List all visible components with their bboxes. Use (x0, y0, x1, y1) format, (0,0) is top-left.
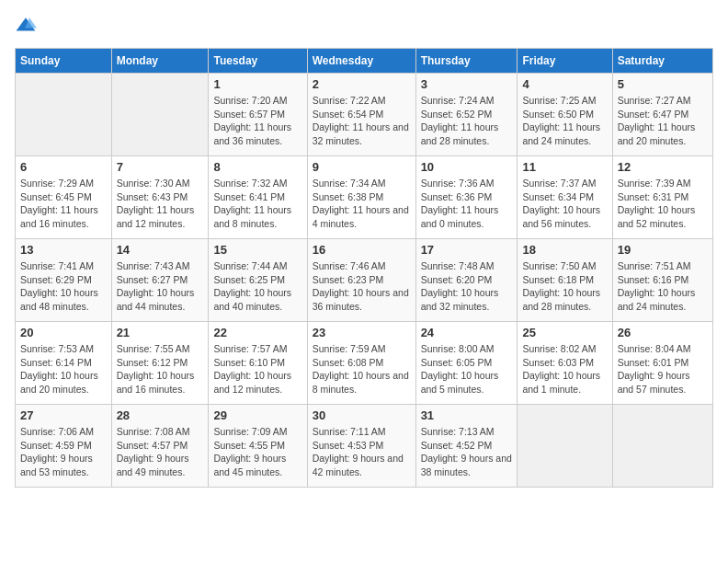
day-info: Sunrise: 7:08 AMSunset: 4:57 PMDaylight:… (117, 425, 204, 479)
calendar-cell: 8Sunrise: 7:32 AMSunset: 6:41 PMDaylight… (209, 156, 307, 239)
day-info: Sunrise: 7:32 AMSunset: 6:41 PMDaylight:… (213, 177, 301, 231)
day-info: Sunrise: 7:39 AMSunset: 6:31 PMDaylight:… (618, 177, 708, 231)
day-number: 21 (117, 326, 204, 339)
day-number: 25 (522, 326, 607, 339)
day-info: Sunrise: 7:25 AMSunset: 6:50 PMDaylight:… (522, 94, 607, 148)
day-number: 31 (421, 408, 513, 422)
day-number: 3 (421, 77, 513, 91)
weekday-header-friday: Friday (518, 49, 612, 74)
day-info: Sunrise: 7:41 AMSunset: 6:29 PMDaylight:… (20, 259, 107, 314)
logo (15, 15, 40, 37)
day-number: 27 (20, 408, 107, 422)
logo-icon (15, 15, 37, 37)
day-number: 17 (421, 243, 513, 257)
weekday-header-saturday: Saturday (612, 49, 712, 74)
day-info: Sunrise: 7:34 AMSunset: 6:38 PMDaylight:… (313, 177, 411, 231)
day-info: Sunrise: 8:00 AMSunset: 6:05 PMDaylight:… (421, 342, 513, 396)
day-number: 13 (20, 243, 107, 257)
calendar-cell: 13Sunrise: 7:41 AMSunset: 6:29 PMDayligh… (16, 239, 112, 322)
day-number: 29 (213, 408, 301, 422)
day-number: 28 (117, 408, 204, 422)
week-row-2: 6Sunrise: 7:29 AMSunset: 6:45 PMDaylight… (16, 156, 713, 239)
calendar-cell: 5Sunrise: 7:27 AMSunset: 6:47 PMDaylight… (612, 74, 712, 156)
calendar-cell: 1Sunrise: 7:20 AMSunset: 6:57 PMDaylight… (209, 74, 307, 156)
day-info: Sunrise: 7:30 AMSunset: 6:43 PMDaylight:… (117, 177, 204, 231)
calendar-cell: 12Sunrise: 7:39 AMSunset: 6:31 PMDayligh… (612, 156, 712, 239)
day-number: 30 (313, 408, 411, 422)
day-number: 24 (421, 326, 513, 339)
day-info: Sunrise: 8:04 AMSunset: 6:01 PMDaylight:… (618, 342, 708, 396)
day-info: Sunrise: 7:50 AMSunset: 6:18 PMDaylight:… (522, 259, 607, 314)
weekday-header-wednesday: Wednesday (307, 49, 415, 74)
day-number: 14 (117, 243, 204, 257)
day-info: Sunrise: 7:09 AMSunset: 4:55 PMDaylight:… (213, 425, 301, 479)
calendar-cell: 22Sunrise: 7:57 AMSunset: 6:10 PMDayligh… (209, 322, 307, 405)
calendar-cell: 3Sunrise: 7:24 AMSunset: 6:52 PMDaylight… (415, 74, 518, 156)
calendar-cell: 6Sunrise: 7:29 AMSunset: 6:45 PMDaylight… (16, 156, 112, 239)
day-number: 6 (20, 160, 107, 174)
day-number: 23 (313, 326, 411, 339)
calendar-cell: 29Sunrise: 7:09 AMSunset: 4:55 PMDayligh… (209, 405, 307, 488)
day-number: 9 (313, 160, 411, 174)
day-info: Sunrise: 7:57 AMSunset: 6:10 PMDaylight:… (213, 342, 301, 396)
calendar-cell: 19Sunrise: 7:51 AMSunset: 6:16 PMDayligh… (612, 239, 712, 322)
day-number: 12 (618, 160, 708, 174)
day-info: Sunrise: 7:22 AMSunset: 6:54 PMDaylight:… (313, 94, 411, 148)
weekday-header-sunday: Sunday (16, 49, 112, 74)
page-header (15, 15, 713, 37)
calendar-cell: 24Sunrise: 8:00 AMSunset: 6:05 PMDayligh… (415, 322, 518, 405)
calendar-cell: 10Sunrise: 7:36 AMSunset: 6:36 PMDayligh… (415, 156, 518, 239)
day-info: Sunrise: 7:27 AMSunset: 6:47 PMDaylight:… (618, 94, 708, 148)
day-info: Sunrise: 7:55 AMSunset: 6:12 PMDaylight:… (117, 342, 204, 396)
weekday-header-tuesday: Tuesday (209, 49, 307, 74)
day-number: 22 (213, 326, 301, 339)
calendar-cell: 27Sunrise: 7:06 AMSunset: 4:59 PMDayligh… (16, 405, 112, 488)
day-info: Sunrise: 7:51 AMSunset: 6:16 PMDaylight:… (618, 259, 708, 314)
calendar-cell: 26Sunrise: 8:04 AMSunset: 6:01 PMDayligh… (612, 322, 712, 405)
day-info: Sunrise: 7:53 AMSunset: 6:14 PMDaylight:… (20, 342, 107, 396)
day-info: Sunrise: 7:13 AMSunset: 4:52 PMDaylight:… (421, 425, 513, 479)
day-info: Sunrise: 7:36 AMSunset: 6:36 PMDaylight:… (421, 177, 513, 231)
calendar-cell: 9Sunrise: 7:34 AMSunset: 6:38 PMDaylight… (307, 156, 415, 239)
day-number: 7 (117, 160, 204, 174)
week-row-5: 27Sunrise: 7:06 AMSunset: 4:59 PMDayligh… (16, 405, 713, 488)
day-number: 8 (213, 160, 301, 174)
day-number: 5 (618, 77, 708, 91)
day-number: 26 (618, 326, 708, 339)
day-info: Sunrise: 7:29 AMSunset: 6:45 PMDaylight:… (20, 177, 107, 231)
day-number: 16 (313, 243, 411, 257)
calendar-cell: 7Sunrise: 7:30 AMSunset: 6:43 PMDaylight… (111, 156, 209, 239)
calendar-cell: 17Sunrise: 7:48 AMSunset: 6:20 PMDayligh… (415, 239, 518, 322)
calendar-cell: 2Sunrise: 7:22 AMSunset: 6:54 PMDaylight… (307, 74, 415, 156)
calendar-cell (16, 74, 112, 156)
day-number: 19 (618, 243, 708, 257)
calendar-cell (612, 405, 712, 488)
day-number: 2 (313, 77, 411, 91)
day-number: 10 (421, 160, 513, 174)
calendar-cell: 31Sunrise: 7:13 AMSunset: 4:52 PMDayligh… (415, 405, 518, 488)
day-number: 18 (522, 243, 607, 257)
calendar-cell: 25Sunrise: 8:02 AMSunset: 6:03 PMDayligh… (518, 322, 612, 405)
day-number: 11 (522, 160, 607, 174)
day-info: Sunrise: 7:37 AMSunset: 6:34 PMDaylight:… (522, 177, 607, 231)
calendar-cell: 18Sunrise: 7:50 AMSunset: 6:18 PMDayligh… (518, 239, 612, 322)
calendar-cell: 14Sunrise: 7:43 AMSunset: 6:27 PMDayligh… (111, 239, 209, 322)
calendar-cell: 21Sunrise: 7:55 AMSunset: 6:12 PMDayligh… (111, 322, 209, 405)
day-info: Sunrise: 7:43 AMSunset: 6:27 PMDaylight:… (117, 259, 204, 314)
day-info: Sunrise: 7:59 AMSunset: 6:08 PMDaylight:… (313, 342, 411, 396)
calendar-cell (518, 405, 612, 488)
calendar-cell: 28Sunrise: 7:08 AMSunset: 4:57 PMDayligh… (111, 405, 209, 488)
day-info: Sunrise: 7:24 AMSunset: 6:52 PMDaylight:… (421, 94, 513, 148)
day-info: Sunrise: 7:46 AMSunset: 6:23 PMDaylight:… (313, 259, 411, 314)
day-info: Sunrise: 7:48 AMSunset: 6:20 PMDaylight:… (421, 259, 513, 314)
day-info: Sunrise: 7:20 AMSunset: 6:57 PMDaylight:… (213, 94, 301, 148)
day-number: 4 (522, 77, 607, 91)
week-row-1: 1Sunrise: 7:20 AMSunset: 6:57 PMDaylight… (16, 74, 713, 156)
calendar-cell (111, 74, 209, 156)
calendar-cell: 4Sunrise: 7:25 AMSunset: 6:50 PMDaylight… (518, 74, 612, 156)
day-info: Sunrise: 7:06 AMSunset: 4:59 PMDaylight:… (20, 425, 107, 479)
calendar-cell: 15Sunrise: 7:44 AMSunset: 6:25 PMDayligh… (209, 239, 307, 322)
calendar-cell: 20Sunrise: 7:53 AMSunset: 6:14 PMDayligh… (16, 322, 112, 405)
weekday-header-thursday: Thursday (415, 49, 518, 74)
calendar-cell: 23Sunrise: 7:59 AMSunset: 6:08 PMDayligh… (307, 322, 415, 405)
